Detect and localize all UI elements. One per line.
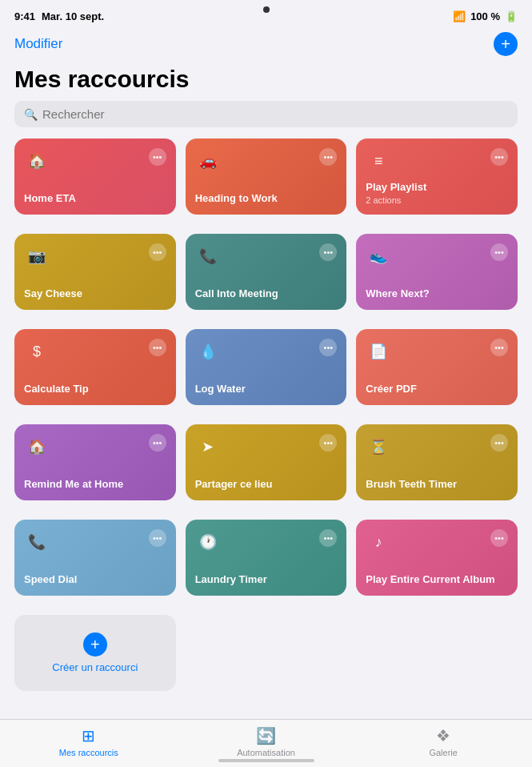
shortcut-more-creer-pdf[interactable]: ••• bbox=[490, 339, 508, 356]
shortcut-label-heading-to-work: Heading to Work bbox=[195, 192, 338, 205]
new-shortcut-label: Créer un raccourci bbox=[52, 661, 138, 673]
shortcut-more-call-into-meeting[interactable]: ••• bbox=[319, 243, 337, 261]
tab-icon-galerie: ❖ bbox=[436, 726, 450, 745]
camera-dot bbox=[263, 6, 270, 13]
shortcut-card-top: 📞 ••• bbox=[195, 243, 338, 269]
shortcut-label-brush-teeth-timer: Brush Teeth Timer bbox=[366, 478, 508, 491]
shortcut-more-brush-teeth-timer[interactable]: ••• bbox=[490, 434, 508, 452]
shortcut-label-remind-me-at-home: Remind Me at Home bbox=[24, 478, 166, 491]
plus-icon: + bbox=[501, 35, 510, 54]
shortcut-label-calculate-tip: Calculate Tip bbox=[24, 383, 166, 396]
status-right: 📶 100 % 🔋 bbox=[453, 10, 518, 22]
shortcut-label-play-entire-album: Play Entire Current Album bbox=[366, 573, 508, 586]
shortcut-more-laundry-timer[interactable]: ••• bbox=[319, 529, 337, 547]
search-bar[interactable]: 🔍 bbox=[14, 101, 518, 127]
shortcut-brush-teeth-timer[interactable]: ⏳ ••• Brush Teeth Timer bbox=[356, 424, 518, 500]
shortcut-label-play-playlist: Play Playlist 2 actions bbox=[366, 181, 508, 205]
tab-label-galerie: Galerie bbox=[429, 748, 457, 757]
shortcut-where-next[interactable]: 👟 ••• Where Next? bbox=[356, 234, 518, 310]
tab-mes-raccourcis[interactable]: ⊞ Mes raccourcis bbox=[0, 726, 178, 757]
shortcut-more-remind-me-at-home[interactable]: ••• bbox=[149, 434, 166, 452]
add-button[interactable]: + bbox=[494, 32, 518, 56]
shortcuts-grid: 🏠 ••• Home ETA 🚗 ••• Heading to Work ≡ •… bbox=[0, 139, 532, 701]
modifier-button[interactable]: Modifier bbox=[14, 36, 62, 52]
shortcut-label-say-cheese: Say Cheese bbox=[24, 287, 166, 300]
wifi-icon: 📶 bbox=[453, 10, 466, 22]
shortcut-icon-partager-ce-lieu: ➤ bbox=[195, 434, 221, 460]
nav-bar: Modifier + bbox=[0, 29, 532, 62]
shortcut-card-top: 📷 ••• bbox=[24, 243, 166, 269]
shortcut-icon-home-eta: 🏠 bbox=[24, 148, 50, 174]
shortcut-laundry-timer[interactable]: 🕐 ••• Laundry Timer bbox=[186, 520, 347, 596]
shortcut-more-play-entire-album[interactable]: ••• bbox=[490, 529, 508, 547]
shortcut-play-playlist[interactable]: ≡ ••• Play Playlist 2 actions bbox=[356, 139, 518, 215]
tab-label-automatisation: Automatisation bbox=[237, 748, 295, 757]
shortcut-log-water[interactable]: 💧 ••• Log Water bbox=[186, 329, 347, 405]
shortcut-label-where-next: Where Next? bbox=[366, 287, 508, 300]
shortcut-card-top: 🏠 ••• bbox=[24, 434, 166, 460]
shortcut-label-speed-dial: Speed Dial bbox=[24, 573, 166, 586]
shortcut-label-call-into-meeting: Call Into Meeting bbox=[195, 287, 338, 300]
shortcut-icon-creer-pdf: 📄 bbox=[366, 339, 391, 364]
shortcut-icon-call-into-meeting: 📞 bbox=[195, 243, 221, 269]
shortcut-label-log-water: Log Water bbox=[195, 383, 338, 396]
tab-icon-mes-raccourcis: ⊞ bbox=[82, 726, 95, 745]
shortcut-call-into-meeting[interactable]: 📞 ••• Call Into Meeting bbox=[186, 234, 347, 310]
shortcut-more-calculate-tip[interactable]: ••• bbox=[149, 339, 166, 356]
shortcut-more-where-next[interactable]: ••• bbox=[490, 243, 508, 261]
shortcut-icon-calculate-tip: $ bbox=[24, 339, 50, 364]
shortcut-card-top: 🏠 ••• bbox=[24, 148, 166, 174]
shortcut-label-partager-ce-lieu: Partager ce lieu bbox=[195, 478, 338, 491]
shortcut-icon-speed-dial: 📞 bbox=[24, 529, 50, 555]
time: 9:41 bbox=[14, 10, 35, 22]
shortcut-label-laundry-timer: Laundry Timer bbox=[195, 573, 338, 586]
date: Mar. 10 sept. bbox=[42, 10, 104, 22]
shortcut-icon-laundry-timer: 🕐 bbox=[195, 529, 221, 555]
shortcut-say-cheese[interactable]: 📷 ••• Say Cheese bbox=[14, 234, 176, 310]
shortcut-icon-heading-to-work: 🚗 bbox=[195, 148, 221, 174]
shortcut-card-top: 🚗 ••• bbox=[195, 148, 338, 174]
shortcut-remind-me-at-home[interactable]: 🏠 ••• Remind Me at Home bbox=[14, 424, 176, 500]
tab-label-mes-raccourcis: Mes raccourcis bbox=[59, 748, 118, 757]
shortcut-more-home-eta[interactable]: ••• bbox=[149, 148, 166, 166]
tab-automatisation[interactable]: 🔄 Automatisation bbox=[178, 726, 355, 757]
shortcut-card-top: $ ••• bbox=[24, 339, 166, 364]
shortcut-card-top: ➤ ••• bbox=[195, 434, 338, 460]
shortcut-more-partager-ce-lieu[interactable]: ••• bbox=[319, 434, 337, 452]
search-input[interactable] bbox=[42, 107, 508, 121]
shortcut-icon-brush-teeth-timer: ⏳ bbox=[366, 434, 391, 460]
shortcut-calculate-tip[interactable]: $ ••• Calculate Tip bbox=[14, 329, 176, 405]
shortcut-creer-pdf[interactable]: 📄 ••• Créer PDF bbox=[356, 329, 518, 405]
shortcut-more-heading-to-work[interactable]: ••• bbox=[319, 148, 337, 166]
home-indicator bbox=[218, 759, 314, 762]
shortcut-play-entire-album[interactable]: ♪ ••• Play Entire Current Album bbox=[356, 520, 518, 596]
shortcut-icon-where-next: 👟 bbox=[366, 243, 391, 269]
new-shortcut-plus-icon: + bbox=[83, 632, 107, 657]
search-icon: 🔍 bbox=[24, 108, 38, 121]
new-shortcut-card[interactable]: + Créer un raccourci bbox=[14, 615, 176, 691]
shortcut-card-top: 🕐 ••• bbox=[195, 529, 338, 555]
battery-text: 100 % bbox=[470, 10, 500, 22]
shortcut-card-top: ≡ ••• bbox=[366, 148, 508, 174]
shortcut-more-speed-dial[interactable]: ••• bbox=[149, 529, 166, 547]
shortcut-card-top: ⏳ ••• bbox=[366, 434, 508, 460]
shortcut-card-top: 📞 ••• bbox=[24, 529, 166, 555]
tab-galerie[interactable]: ❖ Galerie bbox=[354, 726, 532, 757]
shortcut-heading-to-work[interactable]: 🚗 ••• Heading to Work bbox=[186, 139, 347, 215]
shortcut-icon-play-playlist: ≡ bbox=[366, 148, 391, 174]
shortcut-home-eta[interactable]: 🏠 ••• Home ETA bbox=[14, 139, 176, 215]
shortcut-icon-remind-me-at-home: 🏠 bbox=[24, 434, 50, 460]
shortcut-more-say-cheese[interactable]: ••• bbox=[149, 243, 166, 261]
shortcut-partager-ce-lieu[interactable]: ➤ ••• Partager ce lieu bbox=[186, 424, 347, 500]
battery-icon: 🔋 bbox=[505, 10, 518, 22]
shortcut-card-top: 💧 ••• bbox=[195, 339, 338, 364]
tab-icon-automatisation: 🔄 bbox=[256, 726, 276, 745]
shortcut-card-top: ♪ ••• bbox=[366, 529, 508, 555]
shortcut-more-play-playlist[interactable]: ••• bbox=[490, 148, 508, 166]
shortcut-speed-dial[interactable]: 📞 ••• Speed Dial bbox=[14, 520, 176, 596]
status-left: 9:41 Mar. 10 sept. bbox=[14, 10, 104, 22]
shortcut-icon-log-water: 💧 bbox=[195, 339, 221, 364]
shortcut-label-home-eta: Home ETA bbox=[24, 192, 166, 205]
shortcut-card-top: 📄 ••• bbox=[366, 339, 508, 364]
shortcut-more-log-water[interactable]: ••• bbox=[319, 339, 337, 356]
